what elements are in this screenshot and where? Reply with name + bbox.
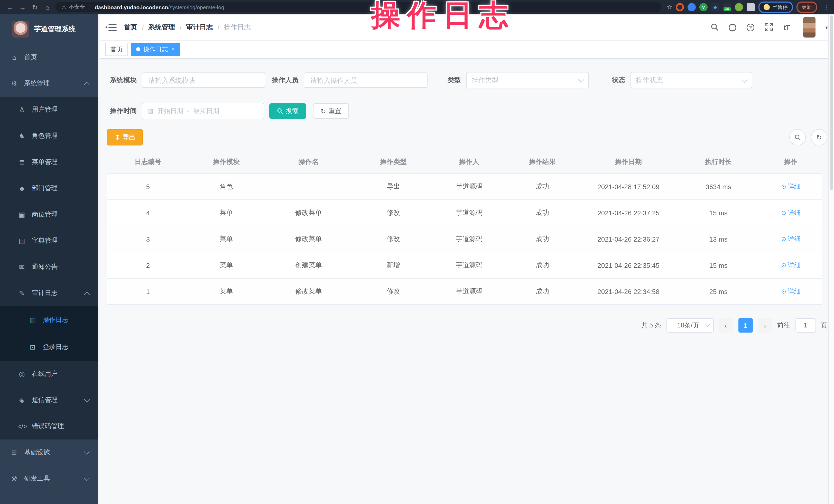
sidebar-item-infrastructure[interactable]: ⊞ 基础设施	[0, 439, 100, 466]
detail-link[interactable]: ⊙详细	[781, 261, 800, 270]
breadcrumb-item-audit-log[interactable]: 审计日志	[186, 23, 213, 32]
font-size-icon[interactable]: tT	[782, 23, 791, 32]
col-duration: 执行时长	[677, 151, 760, 174]
export-button[interactable]: ↧ 导出	[107, 129, 143, 146]
github-icon[interactable]	[728, 23, 738, 32]
help-question-icon[interactable]: ?	[746, 23, 755, 32]
cell-module: 菜单	[189, 278, 264, 305]
sidebar-item-label: 审计日志	[32, 289, 58, 298]
fullscreen-icon[interactable]	[764, 23, 773, 32]
pagination: 共 5 条 10条/页 ‹ 1 › 前往 页	[107, 318, 827, 333]
scrollbar-thumb[interactable]	[830, 16, 833, 190]
extension-orange-ring-icon[interactable]	[676, 3, 684, 11]
tag-operate-log[interactable]: 操作日志 ×	[131, 43, 180, 56]
operator-input[interactable]	[304, 72, 427, 88]
search-icon[interactable]	[710, 23, 719, 32]
breadcrumb-item-system[interactable]: 系统管理	[148, 23, 175, 32]
sidebar-item-login-log[interactable]: ⊡ 登录日志	[0, 334, 100, 361]
address-bar[interactable]: ⚠ 不安全 | dashboard.yudao.iocoder.cn /syst…	[56, 2, 661, 12]
sidebar-item-operate-log[interactable]: ▥ 操作日志	[0, 306, 100, 334]
detail-link[interactable]: ⊙详细	[781, 209, 800, 217]
show-search-icon[interactable]	[789, 129, 806, 146]
extension-on-badge-icon[interactable]: on	[723, 3, 731, 11]
browser-home-icon[interactable]: ⌂	[41, 3, 53, 11]
url-path: /system/log/operate-log	[168, 4, 224, 10]
close-icon[interactable]: ×	[171, 46, 175, 52]
detail-label: 详细	[788, 209, 800, 217]
sidebar-item-audit-log[interactable]: ✎ 审计日志	[0, 280, 100, 306]
sidebar-item-menu-management[interactable]: ≣ 菜单管理	[0, 149, 100, 175]
detail-link[interactable]: ⊙详细	[781, 182, 800, 191]
extension-blue-pin-icon[interactable]	[687, 3, 696, 11]
current-page-button[interactable]: 1	[738, 318, 752, 333]
type-select[interactable]: 操作类型	[466, 72, 589, 88]
users-icon: ♞	[18, 132, 26, 140]
window-scrollbar[interactable]	[828, 15, 834, 504]
chevron-down-icon	[84, 475, 90, 481]
breadcrumb-item-home[interactable]: 首页	[124, 23, 137, 32]
operate-log-icon: ▥	[28, 316, 37, 324]
extension-green-v-icon[interactable]: v	[699, 3, 708, 11]
page-size-select[interactable]: 10条/页	[666, 318, 714, 333]
module-input[interactable]	[142, 72, 265, 88]
org-tree-icon: ♣	[18, 184, 26, 192]
sidebar-item-label: 错误码管理	[32, 422, 64, 431]
table-row: 3 菜单 修改菜单 修改 芋道源码 成功 2021-04-26 22:36:27…	[107, 226, 822, 252]
date-separator: -	[187, 107, 189, 115]
detail-label: 详细	[788, 287, 800, 296]
cell-operation-name: 修改菜单	[264, 278, 354, 305]
tag-home[interactable]: 首页	[105, 43, 128, 56]
sidebar-item-post-management[interactable]: ▣ 岗位管理	[0, 201, 100, 228]
detail-label: 详细	[788, 235, 800, 243]
refresh-icon[interactable]: ↻	[811, 129, 827, 146]
browser-reload-icon[interactable]: ↻	[29, 3, 41, 11]
url-host: dashboard.yudao.iocoder.cn	[94, 4, 168, 10]
date-range-picker[interactable]: ▦ 开始日期 - 结束日期	[142, 103, 264, 119]
cell-log-id: 5	[107, 174, 189, 200]
extensions-puzzle-icon[interactable]	[747, 3, 755, 11]
user-avatar[interactable]	[803, 17, 815, 38]
sidebar-item-label: 角色管理	[32, 132, 58, 140]
sidebar-fold-icon[interactable]	[106, 23, 117, 31]
detail-link[interactable]: ⊙详细	[781, 287, 800, 296]
browser-menu-icon[interactable]: ⋮	[824, 4, 830, 11]
reset-button[interactable]: ↻ 重置	[313, 103, 349, 119]
search-button[interactable]: 搜索	[269, 103, 306, 119]
bookmark-star-icon[interactable]: ☆	[666, 4, 672, 11]
tag-label: 操作日志	[144, 45, 168, 54]
sidebar-item-sms-management[interactable]: ◈ 短信管理	[0, 387, 100, 413]
update-button[interactable]: 更新	[796, 2, 817, 13]
sidebar-item-dictionary-management[interactable]: ▤ 字典管理	[0, 228, 100, 254]
paused-pill[interactable]: 已暂停	[759, 2, 793, 13]
sidebar-logo-row[interactable]: 芋道管理系统	[0, 15, 100, 44]
sidebar-item-dev-tools[interactable]: ⚒ 研发工具	[0, 466, 100, 492]
sidebar-item-role-management[interactable]: ♞ 角色管理	[0, 123, 100, 149]
filter-row-1: 系统模块 操作人员 类型 操作类型 状态 操作状态	[107, 72, 827, 88]
browser-back-icon[interactable]: ←	[4, 3, 17, 11]
extension-green-leaf-icon[interactable]	[735, 3, 743, 11]
next-page-button[interactable]: ›	[758, 318, 772, 333]
table-header-row: 日志编号 操作模块 操作名 操作类型 操作人 操作结果 操作日期 执行时长 操作	[107, 151, 822, 174]
sidebar-item-department-management[interactable]: ♣ 部门管理	[0, 175, 100, 201]
chevron-down-icon	[704, 322, 710, 327]
filter-row-2: 操作时间 ▦ 开始日期 - 结束日期 搜索 ↻ 重置	[107, 103, 827, 119]
sidebar-item-announcement[interactable]: ✉ 通知公告	[0, 254, 100, 280]
goto-label: 前往	[777, 321, 790, 330]
avatar-caret-icon[interactable]: ▾	[825, 24, 828, 30]
cell-module: 菜单	[189, 200, 264, 226]
sidebar-item-user-management[interactable]: ♙ 用户管理	[0, 96, 100, 123]
security-label[interactable]: 不安全	[69, 4, 85, 11]
prev-page-button[interactable]: ‹	[719, 318, 733, 333]
table-toolbar: ↧ 导出 ↻	[107, 129, 827, 146]
sidebar-item-home[interactable]: ⌂ 首页	[0, 44, 100, 70]
goto-page-input[interactable]	[795, 318, 816, 333]
sidebar-item-error-code-management[interactable]: </> 错误码管理	[0, 413, 100, 439]
detail-link[interactable]: ⊙详细	[781, 235, 800, 243]
sidebar-scrollbar[interactable]	[98, 15, 100, 504]
sidebar-item-online-users[interactable]: ◎ 在线用户	[0, 361, 100, 387]
browser-forward-icon[interactable]: →	[17, 3, 29, 11]
sidebar-item-system-management[interactable]: ⚙ 系统管理	[0, 70, 100, 96]
extension-blue-diamond-icon[interactable]: ◆	[711, 3, 719, 11]
status-select[interactable]: 操作状态	[631, 72, 752, 88]
cell-date: 2021-04-28 17:52:09	[580, 174, 677, 200]
